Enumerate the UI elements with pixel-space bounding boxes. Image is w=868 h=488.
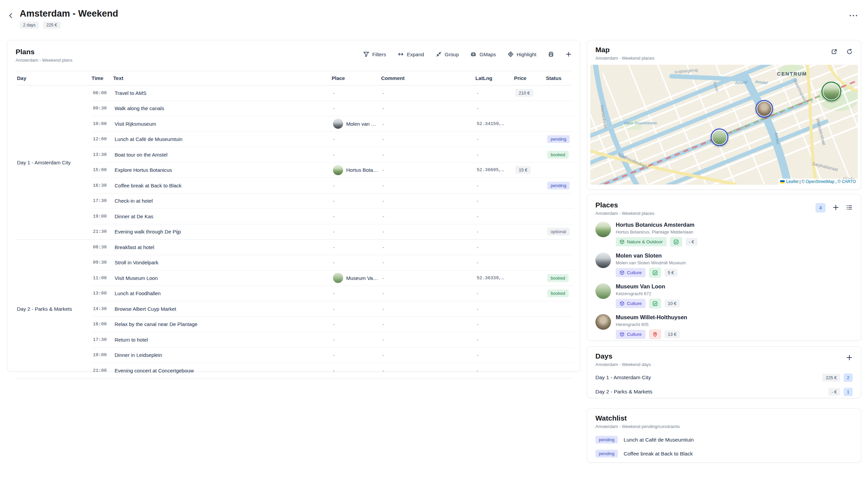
- time-cell: 08:30: [92, 245, 113, 250]
- place-cell: -: [332, 321, 381, 327]
- ukraine-flag-icon: [780, 180, 785, 183]
- place-price-badge: - €: [686, 238, 697, 246]
- latlng-cell: -: [475, 337, 514, 343]
- toolbar-button-filters[interactable]: Filters: [363, 51, 386, 57]
- text-cell: Evening concert at Concertgebouw: [113, 368, 332, 373]
- place-cell: -: [332, 198, 381, 204]
- page-title: Amsterdam - Weekend: [20, 9, 118, 19]
- toolbar-button-expand[interactable]: Expand: [398, 51, 424, 57]
- day-badges: - €1: [828, 388, 853, 396]
- map-marker-vanloon[interactable]: [711, 128, 728, 146]
- plan-row[interactable]: 17:30Check-in at hotel---: [92, 194, 574, 209]
- day-group-rows: 08:30Breakfast at hotel---09:30Stroll in…: [92, 240, 574, 378]
- day-label: Day 2 - Parks & Markets: [595, 389, 652, 395]
- watchlist-item[interactable]: pendingCoffee break at Back to Black: [595, 447, 853, 460]
- visited-check-badge: [670, 237, 682, 247]
- plan-row[interactable]: 12:00Lunch at Café de Museumtuin---pendi…: [92, 132, 574, 147]
- place-avatar: [333, 119, 343, 129]
- column-header-comment: Comment: [380, 71, 474, 85]
- plan-row[interactable]: 16:00Relax by the canal near De Plantage…: [92, 317, 574, 332]
- place-cell: -: [332, 290, 381, 296]
- add-day-button[interactable]: [846, 354, 853, 362]
- text-cell: Browse Albert Cuyp Market: [113, 306, 332, 312]
- map-canvas[interactable]: KrijtbergbrugRokinCENTRUMAmstelAmstelWat…: [590, 65, 858, 185]
- plan-row[interactable]: 21:30Evening walk through De Pijp---opti…: [92, 224, 574, 240]
- places-list-view-button[interactable]: [846, 204, 853, 212]
- time-cell: 12:00: [92, 137, 113, 142]
- toolbar-button-highlight[interactable]: Highlight: [508, 51, 536, 57]
- plan-row[interactable]: 16:30Coffee break at Back to Black---pen…: [92, 178, 574, 194]
- map-attribution: Leaflet | © OpenStreetMap , © CARTO: [778, 179, 858, 185]
- days-card: Days Amsterdam - Weekend days Day 1 - Am…: [587, 346, 861, 398]
- category-badge: Culture: [616, 299, 646, 308]
- plan-row[interactable]: 17:30Return to hotel---: [92, 332, 574, 348]
- plan-row[interactable]: 09:30Stroll in Vondelpark---: [92, 255, 574, 271]
- osm-link[interactable]: © OpenStreetMap: [802, 179, 834, 184]
- plan-row[interactable]: 15:00Explore Hortus BotanicusHortus Bota…: [92, 163, 574, 178]
- place-item[interactable]: Molen van SlotenMolen van Sloten Windmil…: [595, 252, 853, 278]
- toolbar-button-plus[interactable]: [566, 51, 572, 57]
- watchlist-status-badge: pending: [595, 450, 618, 458]
- toolbar-button-group[interactable]: Group: [436, 51, 459, 57]
- plan-row[interactable]: 06:00Travel to AMS---210 €: [92, 85, 574, 101]
- days-title: Days: [595, 352, 651, 360]
- plan-row[interactable]: 19:00Dinner at De Kas---: [92, 209, 574, 224]
- plan-row[interactable]: 19:00Dinner in Leidseplein---: [92, 348, 574, 363]
- map-refresh-button[interactable]: [846, 48, 853, 56]
- day-item[interactable]: Day 2 - Parks & Markets- €1: [595, 385, 853, 398]
- latlng-cell: 52.36339,…: [475, 276, 514, 281]
- place-item[interactable]: Museum Willet-HolthuysenHerengracht 605C…: [595, 314, 853, 339]
- place-cell: -: [332, 105, 381, 111]
- time-cell: 10:00: [92, 121, 113, 126]
- place-cell: Hortus Bota…: [332, 165, 381, 175]
- plan-row[interactable]: 21:00Evening concert at Concertgebouw---: [92, 363, 574, 378]
- column-header-day: Day: [16, 71, 90, 85]
- status-cell: booked: [546, 151, 574, 159]
- day-item[interactable]: Day 1 - Amsterdam City225 €2: [595, 371, 853, 384]
- place-item[interactable]: Museum Van LoonKeizersgracht 672Culture1…: [595, 283, 853, 308]
- time-cell: 21:30: [92, 229, 113, 234]
- latlng-cell: -: [475, 244, 514, 250]
- place-address: Herengracht 605: [616, 322, 687, 327]
- cube-icon: [619, 270, 625, 275]
- time-cell: 06:00: [92, 90, 113, 96]
- plan-row[interactable]: 10:00Visit RijksmuseumMolen van …-52.341…: [92, 116, 574, 132]
- back-button[interactable]: [7, 12, 14, 20]
- map-marker-hortus[interactable]: [822, 82, 841, 101]
- plan-row[interactable]: 14:30Browse Albert Cuyp Market---: [92, 301, 574, 317]
- toolbar-button-gmaps[interactable]: GMaps: [470, 51, 496, 57]
- map-fullscreen-button[interactable]: [831, 48, 837, 56]
- watchlist-items: pendingLunch at Café de Museumtuinpendin…: [595, 433, 853, 460]
- place-cell: -: [332, 229, 381, 235]
- plan-row[interactable]: 08:30Breakfast at hotel---: [92, 240, 574, 255]
- watchlist-status-badge: pending: [595, 436, 618, 444]
- plan-row[interactable]: 13:30Boat tour on the Amstel---booked: [92, 147, 574, 163]
- place-label: Museum Va…: [346, 275, 378, 281]
- map-card: Map Amsterdam - Weekend places: [587, 40, 861, 190]
- latlng-cell: -: [475, 368, 514, 373]
- carto-link[interactable]: © CARTO: [837, 179, 856, 184]
- day-group-rows: 06:00Travel to AMS---210 €09:30Walk alon…: [92, 85, 574, 239]
- more-menu-button[interactable]: [850, 15, 857, 16]
- add-place-button[interactable]: [832, 204, 839, 212]
- day-price-badge: 225 €: [822, 374, 840, 382]
- plan-row[interactable]: 09:30Walk along the canals---: [92, 101, 574, 117]
- places-card: Places Amsterdam - Weekend places 4 Hort…: [587, 194, 861, 341]
- day-label: Day 1 - Amsterdam City: [595, 374, 651, 381]
- place-item[interactable]: Hortus Botanicus AmsterdamHortus Botanic…: [595, 222, 853, 247]
- expand-icon: [398, 51, 404, 57]
- day-group: Day 1 - Amsterdam City06:00Travel to AMS…: [16, 85, 572, 240]
- comment-cell: -: [381, 90, 475, 96]
- plan-row[interactable]: 13:00Lunch at Foodhallen---booked: [92, 286, 574, 302]
- place-photo: [595, 283, 611, 299]
- latlng-cell: -: [475, 183, 514, 188]
- status-badge: booked: [547, 151, 569, 159]
- watchlist-item[interactable]: pendingLunch at Café de Museumtuin: [595, 433, 853, 446]
- plan-row[interactable]: 11:00Visit Museum LoonMuseum Va…-52.3633…: [92, 270, 574, 286]
- place-price-badge: 13 €: [665, 330, 680, 338]
- toolbar-label: Filters: [372, 52, 386, 57]
- leaflet-link[interactable]: Leaflet: [786, 179, 798, 184]
- map-marker-willet[interactable]: [755, 100, 773, 118]
- comment-cell: -: [381, 306, 475, 312]
- toolbar-button-printer[interactable]: [548, 51, 554, 57]
